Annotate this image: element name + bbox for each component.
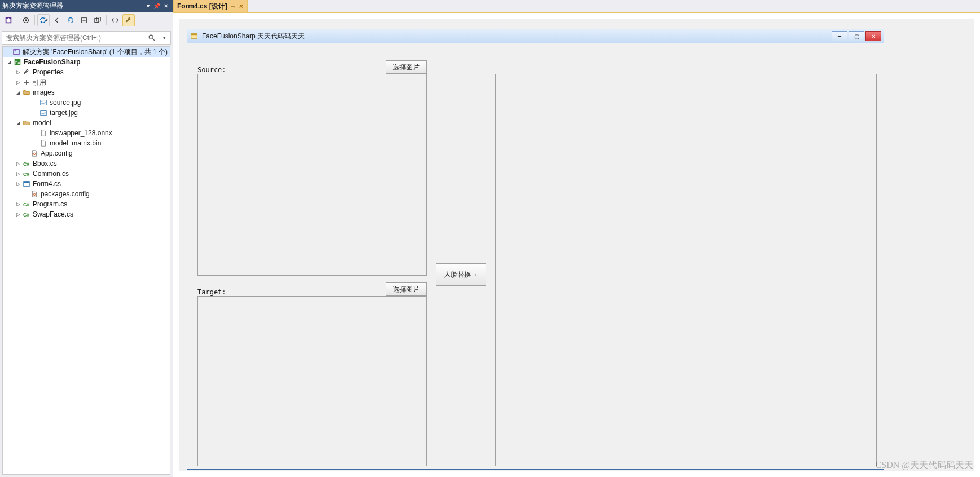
- tree-label: SwapFace.cs: [33, 210, 73, 218]
- svg-point-2: [25, 19, 27, 21]
- select-target-image-button[interactable]: 选择图片: [386, 282, 427, 296]
- form-icon: [190, 32, 199, 41]
- design-canvas[interactable]: FaceFusionSharp 天天代码码天天 ━ ▢ ✕ Source: 选择…: [179, 19, 974, 471]
- solution-explorer-panel: 解决方案资源管理器 ▾ 📌 ✕ ▾ ▾: [0, 0, 173, 477]
- tree-label: FaceFusionSharp: [24, 58, 81, 66]
- tree-item[interactable]: inswapper_128.onnx: [3, 128, 170, 138]
- svg-rect-14: [26, 80, 27, 85]
- tree-item[interactable]: ▷ C# Common.cs: [3, 169, 170, 179]
- expander-icon[interactable]: ◢: [5, 58, 13, 66]
- tree-label: 解决方案 'FaceFusionSharp' (1 个项目，共 1 个): [23, 47, 168, 57]
- separator: [17, 15, 17, 25]
- designer-surface[interactable]: FaceFusionSharp 天天代码码天天 ━ ▢ ✕ Source: 选择…: [173, 12, 980, 477]
- tree-item[interactable]: ▷ C# Program.cs: [3, 199, 170, 209]
- code-icon[interactable]: [109, 14, 121, 26]
- expander-icon[interactable]: ▷: [14, 210, 22, 218]
- refresh-icon[interactable]: [64, 14, 77, 26]
- search-box[interactable]: ▾: [2, 31, 171, 45]
- source-picturebox[interactable]: [197, 74, 427, 276]
- project-node[interactable]: ◢ C# FaceFusionSharp: [3, 57, 170, 67]
- target-label: Target:: [197, 288, 226, 296]
- solution-icon: [12, 47, 21, 56]
- minimize-button[interactable]: ━: [832, 31, 847, 41]
- tab-label: Form4.cs [设计]: [177, 2, 227, 11]
- back-icon[interactable]: [51, 14, 63, 26]
- source-label: Source:: [197, 66, 226, 74]
- panel-toolbar: ▾: [0, 12, 173, 29]
- tree-item[interactable]: model_matrix.bin: [3, 138, 170, 148]
- tree-label: images: [33, 89, 55, 96]
- expander-icon[interactable]: ◢: [14, 119, 22, 127]
- tree-label: App.config: [41, 149, 73, 157]
- dropdown-icon[interactable]: ▾: [143, 2, 152, 11]
- swap-face-button[interactable]: 人脸替换→: [436, 263, 486, 286]
- sync-icon[interactable]: ▾: [37, 14, 50, 26]
- svg-line-8: [153, 39, 155, 41]
- home-icon[interactable]: [2, 14, 15, 26]
- tree-label: Form4.cs: [33, 180, 61, 188]
- winform-preview[interactable]: FaceFusionSharp 天天代码码天天 ━ ▢ ✕ Source: 选择…: [187, 29, 884, 470]
- close-icon[interactable]: ✕: [161, 2, 170, 11]
- tree-item[interactable]: packages.config: [3, 189, 170, 199]
- panel-titlebar[interactable]: 解决方案资源管理器 ▾ 📌 ✕: [0, 0, 173, 12]
- file-icon: [39, 129, 48, 138]
- form-icon: [22, 179, 31, 188]
- select-source-image-button[interactable]: 选择图片: [386, 60, 427, 74]
- svg-text:C#: C#: [23, 171, 29, 177]
- tree-item[interactable]: ▷ C# Bbox.cs: [3, 158, 170, 169]
- solution-tree[interactable]: 解决方案 'FaceFusionSharp' (1 个项目，共 1 个) ◢ C…: [2, 46, 170, 475]
- tree-label: inswapper_128.onnx: [50, 129, 112, 137]
- show-all-icon[interactable]: [91, 14, 104, 26]
- tab-form4-design[interactable]: Form4.cs [设计] ⊸ ✕: [173, 0, 248, 12]
- separator: [34, 15, 35, 25]
- svg-point-7: [149, 35, 153, 39]
- panel-title: 解决方案资源管理器: [2, 1, 143, 11]
- expander-icon[interactable]: ▷: [14, 200, 22, 208]
- close-icon[interactable]: ✕: [239, 3, 244, 10]
- cs-icon: C#: [22, 169, 31, 178]
- maximize-button[interactable]: ▢: [849, 31, 864, 41]
- cs-icon: C#: [22, 210, 31, 219]
- tree-item[interactable]: target.jpg: [3, 108, 170, 118]
- tree-label: Bbox.cs: [33, 160, 57, 167]
- form-titlebar[interactable]: FaceFusionSharp 天天代码码天天 ━ ▢ ✕: [187, 29, 884, 43]
- target-picturebox[interactable]: [197, 296, 427, 466]
- tree-item[interactable]: ▷ Form4.cs: [3, 179, 170, 189]
- result-picturebox[interactable]: [495, 74, 877, 466]
- tree-label: model: [33, 119, 51, 127]
- tree-item[interactable]: App.config: [3, 148, 170, 158]
- pin-icon[interactable]: 📌: [152, 2, 161, 11]
- collapse-icon[interactable]: [78, 14, 90, 26]
- expander-icon[interactable]: ◢: [14, 89, 22, 96]
- svg-text:C#: C#: [15, 60, 21, 65]
- tree-item[interactable]: source.jpg: [3, 98, 170, 108]
- search-icon[interactable]: [146, 34, 158, 42]
- view-icon[interactable]: [20, 14, 32, 26]
- chevron-down-icon[interactable]: ▾: [158, 35, 170, 41]
- tree-item[interactable]: ◢ images: [3, 87, 170, 98]
- tree-item[interactable]: ▷ C# SwapFace.cs: [3, 209, 170, 219]
- csproj-icon: C#: [13, 58, 22, 67]
- svg-point-18: [42, 111, 43, 112]
- search-input[interactable]: [2, 34, 146, 42]
- tree-item[interactable]: ◢ model: [3, 118, 170, 128]
- svg-text:C#: C#: [23, 212, 29, 218]
- tree-label: Program.cs: [33, 200, 67, 208]
- wrench-icon: [22, 68, 31, 77]
- pin-icon[interactable]: ⊸: [231, 3, 235, 10]
- expander-icon[interactable]: ▷: [14, 78, 22, 86]
- close-button[interactable]: ✕: [865, 31, 881, 41]
- expander-icon[interactable]: ▷: [14, 160, 22, 167]
- expander-icon[interactable]: ▷: [14, 68, 22, 76]
- solution-node[interactable]: 解决方案 'FaceFusionSharp' (1 个项目，共 1 个): [3, 47, 170, 57]
- tree-item[interactable]: ▷ Properties: [3, 67, 170, 77]
- form-title: FaceFusionSharp 天天代码码天天: [202, 32, 832, 41]
- expander-icon[interactable]: ▷: [14, 180, 22, 188]
- wrench-icon[interactable]: [122, 14, 135, 26]
- folder-icon: [22, 118, 31, 127]
- tree-label: Properties: [33, 68, 64, 76]
- editor-area: Form4.cs [设计] ⊸ ✕ FaceFusionSharp 天天代码码天…: [173, 0, 980, 477]
- svg-text:C#: C#: [23, 161, 29, 167]
- tree-item[interactable]: ▷ 引用: [3, 77, 170, 87]
- expander-icon[interactable]: ▷: [14, 170, 22, 178]
